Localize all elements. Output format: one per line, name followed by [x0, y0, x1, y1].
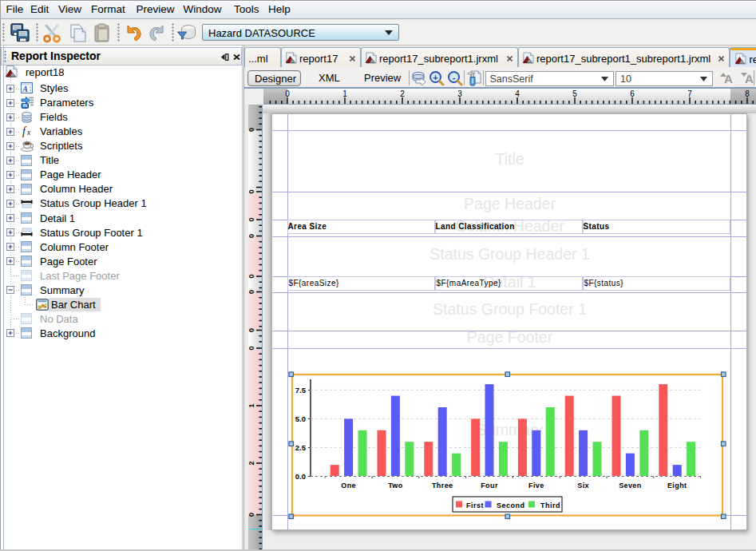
- svg-text:x: x: [26, 129, 31, 137]
- svg-text:7.5: 7.5: [295, 386, 307, 394]
- svg-text:Seven: Seven: [619, 482, 642, 490]
- svg-text:1: 1: [342, 89, 347, 98]
- svg-text:First: First: [466, 501, 484, 509]
- svg-text:One: One: [341, 482, 356, 490]
- svg-text:0: 0: [248, 189, 255, 193]
- svg-text:Five: Five: [528, 482, 544, 490]
- svg-text:0: 0: [248, 217, 255, 221]
- svg-text:5: 5: [572, 89, 577, 98]
- svg-text:0: 0: [285, 89, 290, 98]
- svg-text:0: 0: [248, 328, 255, 332]
- svg-text:Three: Three: [432, 482, 453, 490]
- svg-text:0: 0: [248, 290, 255, 294]
- svg-text:-: -: [453, 73, 456, 82]
- svg-text:Four: Four: [481, 482, 498, 490]
- svg-text:4: 4: [515, 89, 520, 98]
- svg-text:2: 2: [400, 89, 405, 98]
- svg-text:6: 6: [630, 89, 635, 98]
- svg-text:0: 0: [248, 346, 255, 350]
- svg-text:0: 0: [248, 128, 255, 132]
- svg-text:Eight: Eight: [667, 482, 687, 490]
- svg-text:8: 8: [745, 89, 750, 98]
- svg-text:+: +: [433, 73, 437, 82]
- svg-text:0.0: 0.0: [295, 472, 306, 481]
- svg-text:0: 0: [248, 513, 255, 517]
- svg-text:2: 2: [248, 461, 255, 465]
- svg-text:3: 3: [457, 89, 462, 98]
- svg-text:7: 7: [687, 89, 692, 98]
- svg-text:0: 0: [248, 234, 255, 238]
- svg-text:Six: Six: [577, 482, 589, 490]
- svg-text:Two: Two: [388, 482, 403, 490]
- svg-text:0: 0: [248, 274, 255, 278]
- svg-text:A: A: [724, 72, 733, 85]
- svg-text:1: 1: [248, 403, 255, 407]
- svg-text:5.0: 5.0: [295, 414, 306, 423]
- svg-text:Second: Second: [497, 501, 525, 509]
- svg-text:2.5: 2.5: [295, 443, 307, 452]
- svg-text:Third: Third: [540, 501, 560, 509]
- svg-text:IN: IN: [23, 103, 28, 108]
- svg-text:A: A: [22, 85, 28, 93]
